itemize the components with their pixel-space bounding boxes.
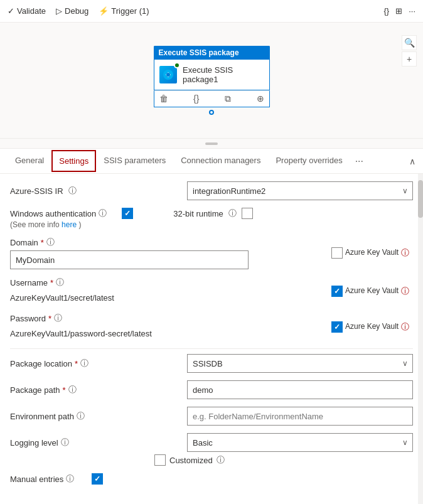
username-vault-checkbox[interactable] — [331, 286, 343, 297]
runtime-info-icon[interactable]: ⓘ — [228, 208, 237, 219]
tab-general[interactable]: General — [8, 149, 51, 173]
debug-icon: ▷ — [56, 6, 62, 16]
environment-path-label: Environment path — [10, 412, 74, 421]
username-field-main: Username * ⓘ AzureKeyVault1/secret/lates… — [10, 277, 326, 305]
package-path-info-icon[interactable]: ⓘ — [68, 384, 77, 395]
win-auth-checkbox-wrap — [122, 208, 133, 219]
trigger-button[interactable]: ⚡ Trigger (1) — [99, 6, 149, 16]
logging-level-label: Logging level — [10, 438, 58, 448]
username-vault-info-icon[interactable]: ⓘ — [401, 286, 409, 297]
divider1 — [10, 348, 413, 349]
node-label: Execute SSIS package1 — [183, 65, 264, 84]
password-info-icon[interactable]: ⓘ — [54, 313, 62, 324]
customized-checkbox[interactable] — [154, 454, 166, 466]
win-auth-left: Windows authentication ⓘ (See more info … — [10, 208, 107, 229]
environment-path-row: Environment path ⓘ — [10, 407, 413, 426]
environment-path-info-icon[interactable]: ⓘ — [77, 410, 85, 422]
manual-entries-label-wrap: Manual entries ⓘ — [10, 473, 74, 485]
password-value: AzureKeyVault1/password-secret/latest — [10, 326, 326, 341]
plus-icon: + — [407, 54, 412, 64]
tabs-bar: General Settings SSIS parameters Connect… — [0, 149, 423, 174]
code-button[interactable]: {} — [383, 6, 389, 16]
logging-level-row: Logging level ⓘ Basic ∨ — [10, 433, 413, 452]
domain-info-icon[interactable]: ⓘ — [46, 237, 55, 248]
validate-button[interactable]: ✓ Validate — [8, 6, 46, 16]
tab-property-overrides[interactable]: Property overrides — [268, 149, 350, 173]
manual-entries-info-icon[interactable]: ⓘ — [66, 473, 74, 485]
package-location-label: Package location — [10, 359, 72, 368]
package-location-info-icon[interactable]: ⓘ — [80, 358, 88, 369]
node-delete-btn[interactable]: 🗑 — [159, 94, 168, 104]
domain-row: Domain * ⓘ Azure Key Vault ⓘ — [10, 237, 413, 269]
runtime-row: 32-bit runtime ⓘ — [173, 208, 252, 219]
manual-entries-label: Manual entries — [10, 475, 63, 484]
azure-ir-info-icon[interactable]: ⓘ — [68, 185, 77, 196]
tab-settings[interactable]: Settings — [51, 150, 96, 172]
password-vault-info-icon[interactable]: ⓘ — [401, 321, 409, 333]
password-label-wrap: Password * ⓘ — [10, 313, 326, 324]
domain-required-star: * — [41, 238, 44, 247]
node-code-btn[interactable]: {} — [193, 94, 199, 104]
more-button[interactable]: ··· — [409, 6, 415, 16]
package-path-label-wrap: Package path * ⓘ — [10, 384, 182, 395]
package-path-input[interactable] — [187, 380, 413, 399]
validate-label: Validate — [17, 6, 46, 16]
win-auth-info-icon[interactable]: ⓘ — [99, 208, 107, 219]
logging-level-select[interactable]: Basic — [187, 433, 413, 452]
customized-info-icon[interactable]: ⓘ — [217, 454, 225, 466]
node-copy-btn[interactable]: ⧉ — [225, 94, 231, 104]
node-card[interactable]: Execute SSIS package Execute SSIS packag… — [154, 46, 270, 107]
win-auth-label-wrap: Windows authentication ⓘ — [10, 208, 107, 219]
username-label: Username — [10, 278, 48, 287]
azure-ir-select-wrap: integrationRuntime2 ∨ — [187, 181, 413, 200]
azure-ir-label: Azure-SSIS IR — [10, 186, 63, 196]
customized-label: Customized — [169, 456, 213, 465]
domain-vault-checkbox[interactable] — [331, 247, 343, 259]
monitor-icon: ⊞ — [395, 6, 402, 16]
manual-entries-row: Manual entries ⓘ — [10, 473, 413, 485]
search-zoom-btn[interactable]: 🔍 — [402, 35, 417, 50]
domain-label: Domain — [10, 238, 38, 247]
azure-ir-select[interactable]: integrationRuntime2 — [187, 181, 413, 200]
monitor-button[interactable]: ⊞ — [395, 6, 402, 16]
package-location-label-wrap: Package location * ⓘ — [10, 358, 182, 369]
validate-icon: ✓ — [8, 6, 14, 16]
node-toolbar: 🗑 {} ⧉ ⊕ — [154, 90, 270, 107]
win-auth-label: Windows authentication — [10, 209, 96, 218]
node-header: Execute SSIS package — [154, 46, 270, 60]
see-more-here-link[interactable]: here — [62, 220, 78, 229]
windows-auth-row: Windows authentication ⓘ (See more info … — [10, 208, 413, 229]
tab-ssis-params[interactable]: SSIS parameters — [96, 149, 173, 173]
package-location-required: * — [75, 359, 78, 368]
node-connector — [209, 110, 214, 115]
domain-input[interactable] — [10, 250, 249, 269]
environment-path-input[interactable] — [187, 407, 413, 426]
package-location-row: Package location * ⓘ SSISDB ∨ — [10, 354, 413, 373]
tabs-more-button[interactable]: ··· — [350, 156, 368, 167]
manual-entries-checkbox[interactable] — [92, 473, 103, 485]
tab-connection-managers[interactable]: Connection managers — [173, 149, 268, 173]
side-controls: 🔍 + — [402, 35, 417, 67]
username-info-icon[interactable]: ⓘ — [56, 277, 64, 288]
win-auth-checkbox[interactable] — [122, 208, 133, 219]
domain-vault-info-icon[interactable]: ⓘ — [401, 247, 409, 259]
scrollbar-track[interactable] — [418, 174, 423, 504]
package-path-required: * — [63, 385, 66, 395]
tabs-collapse-button[interactable]: ∧ — [409, 156, 415, 166]
username-vault-section: Azure Key Vault ⓘ — [331, 286, 413, 297]
zoom-in-btn[interactable]: + — [402, 51, 417, 67]
trigger-label: Trigger (1) — [111, 6, 149, 16]
see-more-link: (See more info here ) — [10, 220, 107, 229]
debug-button[interactable]: ▷ Debug — [56, 6, 88, 16]
scrollbar-thumb[interactable] — [418, 180, 423, 218]
password-vault-checkbox[interactable] — [331, 321, 343, 333]
package-location-select-wrap: SSISDB ∨ — [187, 354, 413, 373]
logging-level-info-icon[interactable]: ⓘ — [61, 437, 69, 448]
runtime-checkbox[interactable] — [242, 208, 253, 219]
package-path-label: Package path — [10, 385, 60, 395]
svg-point-1 — [166, 73, 170, 77]
package-location-select[interactable]: SSISDB — [187, 354, 413, 373]
node-arrow-btn[interactable]: ⊕ — [257, 94, 264, 104]
node-icon-wrap — [159, 65, 178, 85]
panel-bar[interactable] — [0, 139, 423, 149]
